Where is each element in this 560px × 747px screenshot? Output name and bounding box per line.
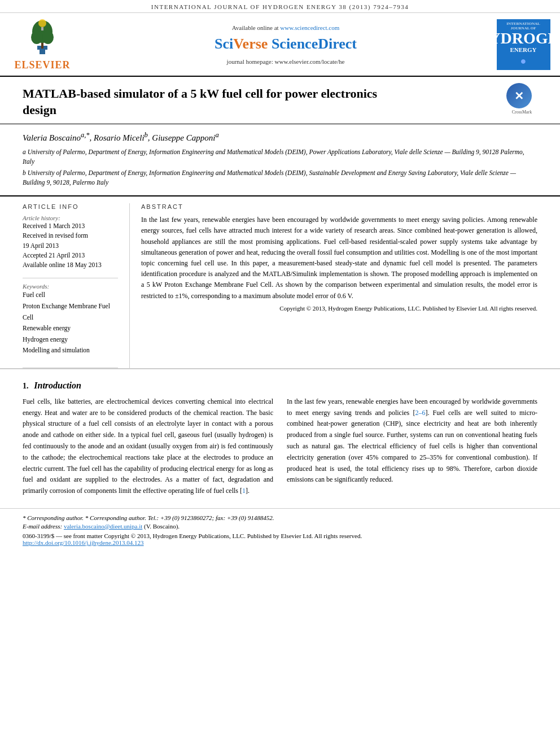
crossmark-badge: ✕ CrossMark xyxy=(506,83,537,114)
svg-point-6 xyxy=(38,19,46,27)
corresponding-author-note: * Corresponding author. * Corresponding … xyxy=(23,514,537,521)
introduction-section: 1. Introduction Fuel cells, like batteri… xyxy=(0,369,560,497)
ref-1-link[interactable]: 1 xyxy=(242,487,246,495)
intro-col1: Fuel cells, like batteries, are electroc… xyxy=(23,396,273,497)
sciencedirect-link[interactable]: www.sciencedirect.com xyxy=(280,24,339,31)
keyword-3: Renewable energy xyxy=(23,323,118,334)
footer-section: * Corresponding author. * Corresponding … xyxy=(0,508,560,552)
crossmark-label: CrossMark xyxy=(506,110,537,115)
introduction-body: Fuel cells, like batteries, are electroc… xyxy=(23,396,537,497)
elsevier-tree-icon xyxy=(17,18,68,57)
crossmark-icon: ✕ xyxy=(506,83,532,108)
keyword-4: Hydrogen energy xyxy=(23,334,118,346)
section-title: Introduction xyxy=(34,381,81,390)
article-info-panel: ARTICLE INFO Article history: Received 1… xyxy=(0,203,130,368)
keyword-1: Fuel cell xyxy=(23,290,118,301)
hydrogen-energy-text: ENERGY xyxy=(510,46,536,53)
revised-date: 19 April 2013 xyxy=(23,241,118,251)
authors-section: Valeria Boscainoa,*, Rosario Micelib, Gi… xyxy=(0,124,560,196)
article-info-abstract-section: ARTICLE INFO Article history: Received 1… xyxy=(0,196,560,369)
available-online-text: Available online at www.sciencedirect.co… xyxy=(232,24,340,31)
ref-2-6-link[interactable]: 2–6 xyxy=(415,409,425,417)
elsevier-logo-container: ELSEVIER xyxy=(6,18,79,71)
journal-header-bar: INTERNATIONAL JOURNAL OF HYDROGEN ENERGY… xyxy=(0,0,560,13)
svg-point-4 xyxy=(31,30,42,44)
section-number: 1. xyxy=(23,382,29,390)
intro-col2: In the last few years, renewable energie… xyxy=(287,396,537,497)
received-date: Received 1 March 2013 xyxy=(23,221,118,231)
affiliation-b: b University of Palermo, Department of E… xyxy=(23,168,537,188)
copyright-line: Copyright © 2013, Hydrogen Energy Public… xyxy=(141,305,537,312)
intro-col1-text: Fuel cells, like batteries, are electroc… xyxy=(23,396,273,497)
elsevier-wordmark: ELSEVIER xyxy=(14,59,70,71)
abstract-panel: ABSTRACT In the last few years, renewabl… xyxy=(130,203,560,368)
history-label: Article history: xyxy=(23,215,118,221)
intro-col2-text: In the last few years, renewable energie… xyxy=(287,396,537,486)
header-section: ELSEVIER Available online at www.science… xyxy=(0,13,560,77)
accepted-date: Accepted 21 April 2013 xyxy=(23,251,118,260)
abstract-text: In the last few years, renewable energie… xyxy=(141,215,537,302)
journal-homepage-text: journal homepage: www.elsevier.com/locat… xyxy=(227,58,345,65)
svg-point-5 xyxy=(42,30,54,44)
keywords-label: Keywords: xyxy=(23,278,118,290)
title-section: MATLAB-based simulator of a 5 kW fuel ce… xyxy=(0,77,560,124)
email-suffix: (V. Boscaino). xyxy=(144,523,180,530)
doi-line: http://dx.doi.org/10.1016/j.ijhydene.201… xyxy=(23,539,537,546)
hydrogen-h2-text: HYDROGEN xyxy=(477,30,560,46)
doi-link[interactable]: http://dx.doi.org/10.1016/j.ijhydene.201… xyxy=(23,539,144,546)
header-center: Available online at www.sciencedirect.co… xyxy=(79,18,492,71)
sciverse-logo: SciVerse ScienceDirect xyxy=(215,36,357,53)
keyword-5: Modelling and simulation xyxy=(23,345,118,356)
article-info-header: ARTICLE INFO xyxy=(23,203,118,210)
email-label: E-mail address: xyxy=(23,523,62,530)
corresponding-contact: * Corresponding author. Tel.: +39 (0) 91… xyxy=(85,514,274,521)
authors-list: Valeria Boscainoa,*, Rosario Micelib, Gi… xyxy=(23,131,537,143)
hydrogen-logo-container: INTERNATIONAL JOURNAL OF HYDROGEN ENERGY… xyxy=(492,18,554,71)
elsevier-logo: ELSEVIER xyxy=(14,18,70,71)
hydrogen-energy-logo: INTERNATIONAL JOURNAL OF HYDROGEN ENERGY… xyxy=(497,19,550,70)
keyword-2: Proton Exchange Membrane Fuel Cell xyxy=(23,301,118,323)
issn-line: 0360-3199/$ — see front matter Copyright… xyxy=(23,532,537,539)
journal-title: INTERNATIONAL JOURNAL OF HYDROGEN ENERGY… xyxy=(151,3,409,10)
abstract-header: ABSTRACT xyxy=(141,203,537,210)
email-line: E-mail address: valeria.boscaino@dieet.u… xyxy=(23,523,537,530)
email-link[interactable]: valeria.boscaino@dieet.unipa.it xyxy=(64,523,142,530)
revised-label: Received in revised form xyxy=(23,231,118,241)
affiliation-a: a University of Palermo, Department of E… xyxy=(23,147,537,167)
available-date: Available online 18 May 2013 xyxy=(23,260,118,270)
paper-title: MATLAB-based simulator of a 5 kW fuel ce… xyxy=(23,86,406,118)
svg-rect-7 xyxy=(41,27,43,30)
